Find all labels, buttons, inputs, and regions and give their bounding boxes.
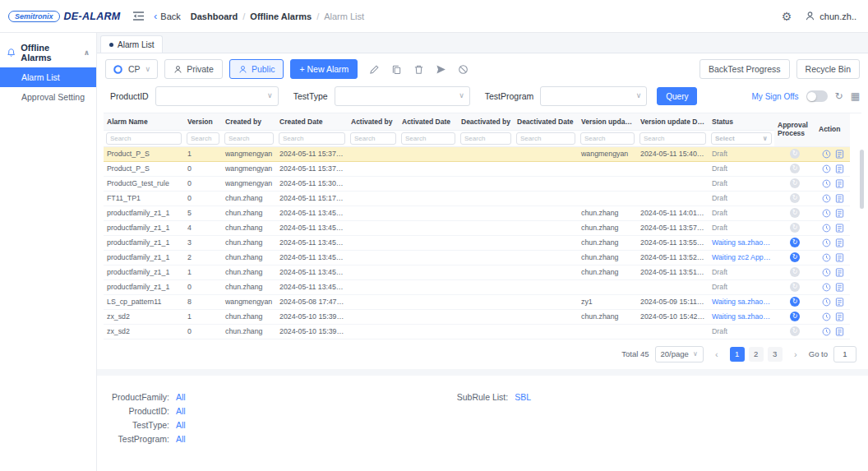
- table-row[interactable]: FT11_TP10chun.zhang2024-05-11 15:17:51Dr…: [104, 191, 850, 205]
- table-row[interactable]: productfamily_z1_11chun.zhang2024-05-11 …: [104, 265, 850, 279]
- breadcrumb-item[interactable]: Offline Alarms: [250, 12, 312, 21]
- sidebar-group-offline-alarms[interactable]: Offline Alarms ∧: [0, 38, 96, 67]
- column-header-name[interactable]: Alarm Name: [104, 113, 184, 130]
- search-input-version[interactable]: [187, 132, 219, 145]
- page-size-select[interactable]: 20/page ∨: [655, 346, 704, 362]
- search-input-created_date[interactable]: [279, 132, 345, 145]
- approval-process-icon[interactable]: ↻: [790, 326, 800, 336]
- report-icon[interactable]: [833, 267, 845, 278]
- search-input-created_by[interactable]: [224, 132, 274, 145]
- approval-process-icon[interactable]: ↻: [790, 282, 800, 292]
- sidebar-item-approval-setting[interactable]: Approval Setting: [0, 87, 96, 107]
- report-icon[interactable]: [833, 223, 845, 233]
- history-icon[interactable]: [820, 252, 832, 263]
- next-page-icon[interactable]: ›: [788, 347, 803, 362]
- search-input-deactivated_date[interactable]: [516, 132, 575, 145]
- approval-process-icon[interactable]: ↻: [790, 238, 800, 247]
- prev-page-icon[interactable]: ‹: [709, 347, 724, 362]
- testprogram-select[interactable]: ∨: [540, 86, 647, 106]
- report-icon[interactable]: [833, 238, 845, 248]
- delete-icon[interactable]: [412, 62, 425, 76]
- private-button[interactable]: Private: [164, 59, 223, 79]
- recycle-bin-button[interactable]: Recycle Bin: [796, 59, 860, 79]
- table-row[interactable]: productfamily_z1_12chun.zhang2024-05-11 …: [104, 250, 850, 265]
- table-row[interactable]: LS_cp_pattern118wangmengyan2024-05-08 17…: [104, 294, 850, 309]
- search-input-activated_by[interactable]: [350, 132, 396, 145]
- history-icon[interactable]: [820, 193, 832, 204]
- approval-process-icon[interactable]: ↻: [790, 149, 800, 159]
- new-alarm-button[interactable]: + New Alarm: [290, 59, 358, 79]
- column-header-activated_by[interactable]: Activated by: [348, 113, 399, 130]
- table-row[interactable]: Product_P_S0wangmengyan2024-05-11 15:37:…: [104, 161, 850, 176]
- report-icon[interactable]: [833, 297, 845, 307]
- mode-select[interactable]: CP ∨: [105, 59, 158, 79]
- backtest-progress-button[interactable]: BackTest Progress: [699, 59, 790, 79]
- search-input-version_update_date[interactable]: [639, 132, 706, 145]
- detail-value[interactable]: All: [176, 434, 186, 444]
- page-button-1[interactable]: 1: [730, 347, 745, 362]
- table-row[interactable]: productfamily_z1_10chun.zhang2024-05-11 …: [104, 279, 850, 294]
- query-button[interactable]: Query: [657, 87, 697, 105]
- approval-process-icon[interactable]: ↻: [790, 267, 800, 277]
- history-icon[interactable]: [820, 282, 832, 293]
- approval-process-icon[interactable]: ↻: [790, 178, 800, 188]
- history-icon[interactable]: [820, 312, 832, 322]
- testtype-select[interactable]: ∨: [335, 86, 470, 106]
- search-input-deactivated_by[interactable]: [460, 132, 511, 145]
- sidebar-item-alarm-list[interactable]: Alarm List: [0, 67, 96, 87]
- approval-process-icon[interactable]: ↻: [790, 252, 800, 262]
- detail-value[interactable]: All: [176, 392, 186, 402]
- edit-icon[interactable]: [367, 62, 381, 76]
- report-icon[interactable]: [833, 252, 845, 263]
- subrule-value[interactable]: SBL: [515, 392, 531, 402]
- detail-value[interactable]: All: [176, 406, 186, 416]
- report-icon[interactable]: [833, 208, 845, 219]
- productid-select[interactable]: ∨: [155, 86, 279, 106]
- approval-process-icon[interactable]: ↻: [790, 164, 800, 173]
- report-icon[interactable]: [833, 282, 845, 293]
- search-input-activated_date[interactable]: [401, 132, 455, 145]
- copy-icon[interactable]: [390, 62, 403, 76]
- report-icon[interactable]: [833, 164, 845, 174]
- report-icon[interactable]: [833, 178, 845, 189]
- column-header-created_date[interactable]: Created Date: [276, 113, 348, 130]
- sidebar-collapse-icon[interactable]: [133, 12, 144, 21]
- status-filter-select[interactable]: Select∨: [711, 132, 772, 145]
- column-header-version_update_date[interactable]: Version update Date: [637, 113, 709, 130]
- report-icon[interactable]: [833, 193, 845, 204]
- column-header-created_by[interactable]: Created by: [222, 113, 276, 130]
- approval-process-icon[interactable]: ↻: [790, 297, 800, 307]
- history-icon[interactable]: [820, 223, 832, 233]
- gear-icon[interactable]: ⚙: [782, 10, 792, 23]
- report-icon[interactable]: [833, 149, 845, 159]
- report-icon[interactable]: [833, 326, 845, 337]
- detail-value[interactable]: All: [176, 420, 186, 430]
- history-icon[interactable]: [820, 297, 832, 307]
- column-header-approval[interactable]: Approval Process: [774, 113, 815, 146]
- goto-page-input[interactable]: [833, 346, 856, 362]
- history-icon[interactable]: [820, 267, 832, 278]
- table-row[interactable]: productfamily_z1_15chun.zhang2024-05-11 …: [104, 205, 850, 220]
- table-row[interactable]: ProductG_test_rule0wangmengyan2024-05-11…: [104, 176, 850, 191]
- public-button[interactable]: Public: [229, 59, 284, 79]
- send-icon[interactable]: [434, 62, 447, 76]
- approval-process-icon[interactable]: ↻: [790, 208, 800, 218]
- disable-icon[interactable]: [456, 62, 469, 76]
- history-icon[interactable]: [820, 178, 832, 189]
- table-row[interactable]: zx_sd20chun.zhang2024-05-10 15:39:36Draf…: [104, 324, 850, 339]
- user-menu[interactable]: chun.zh..: [805, 11, 856, 21]
- history-icon[interactable]: [820, 164, 832, 174]
- table-row[interactable]: productfamily_z1_13chun.zhang2024-05-11 …: [104, 235, 850, 250]
- tab-alarm-list[interactable]: Alarm List: [100, 35, 163, 53]
- page-button-3[interactable]: 3: [768, 347, 783, 362]
- column-header-activated_date[interactable]: Activated Date: [399, 113, 458, 130]
- column-header-version[interactable]: Version: [184, 113, 222, 130]
- breadcrumb-item[interactable]: Dashboard: [191, 12, 238, 21]
- table-scrollbar[interactable]: [860, 150, 864, 209]
- my-sign-offs-toggle[interactable]: [806, 90, 828, 102]
- column-settings-icon[interactable]: ▦: [851, 91, 860, 101]
- table-row[interactable]: productfamily_z1_14chun.zhang2024-05-11 …: [104, 220, 850, 235]
- history-icon[interactable]: [820, 326, 832, 337]
- column-header-action[interactable]: Action: [815, 113, 850, 146]
- back-button[interactable]: ‹ Back: [154, 11, 181, 21]
